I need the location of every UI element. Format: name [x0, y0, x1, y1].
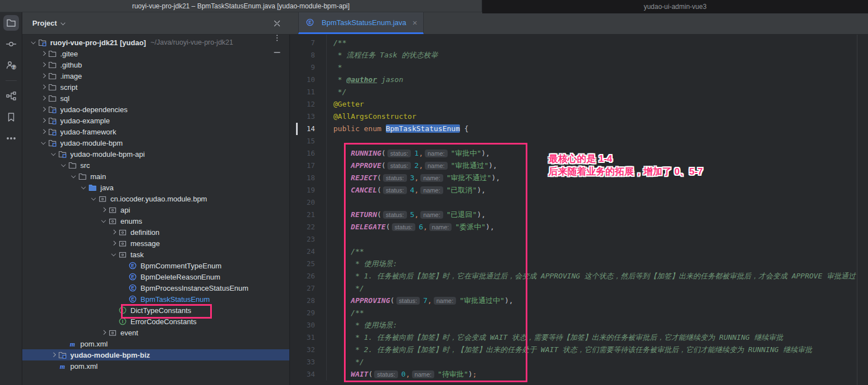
hide-panel-icon[interactable] — [270, 45, 284, 60]
chevron-down-icon[interactable] — [79, 187, 88, 189]
code-line-18[interactable]: 18 REJECT(status:3,name:"审批不通过"), — [290, 172, 868, 184]
code-line-34[interactable]: 34 WAIT(status:0,name:"待审批"); — [290, 368, 868, 381]
tree-item-event[interactable]: event — [22, 327, 289, 338]
tree-item-pom.xml[interactable]: mpom.xml — [22, 338, 289, 349]
background-window-title-bar[interactable]: yudao-ui-admin-vue3 — [482, 0, 868, 13]
code-line-32[interactable]: 32 * 2. 任务被向后【加签】时，【加签】出来的任务处于 WAIT 状态，它… — [290, 344, 868, 356]
tree-item-definition[interactable]: definition — [22, 227, 289, 238]
tab-bpmtaskstatusenum[interactable]: E BpmTaskStatusEnum.java × — [298, 12, 424, 34]
tree-item-bpmcommenttypeenum[interactable]: EBpmCommentTypeEnum — [22, 260, 289, 271]
code-line-11[interactable]: 11 */ — [290, 86, 868, 98]
tree-item-.gitee[interactable]: .gitee — [22, 48, 289, 59]
code-line-7[interactable]: 7/** — [290, 37, 868, 49]
chevron-right-icon[interactable] — [99, 331, 108, 334]
tree-item-pom.xml[interactable]: mpom.xml — [22, 360, 289, 372]
structure-button[interactable] — [0, 85, 22, 107]
more-button[interactable] — [0, 128, 22, 149]
chevron-down-icon[interactable] — [29, 42, 38, 44]
chevron-down-icon[interactable] — [39, 142, 48, 144]
chevron-right-icon[interactable] — [39, 108, 48, 111]
code-line-29[interactable]: 29 /** — [290, 307, 868, 319]
chevron-right-icon[interactable] — [39, 52, 48, 55]
code-line-14[interactable]: 14public enum BpmTaskStatusEnum { — [290, 123, 868, 135]
code-line-10[interactable]: 10 * @author jason — [290, 74, 868, 86]
chevron-right-icon[interactable] — [39, 119, 48, 122]
tree-item-bpmprocessinstancestatusenum[interactable]: EBpmProcessInstanceStatusEnum — [22, 282, 289, 293]
chevron-right-icon[interactable] — [39, 85, 48, 89]
module-icon — [58, 350, 67, 359]
code-line-12[interactable]: 12@Getter — [290, 98, 868, 110]
project-folder-button[interactable] — [0, 12, 22, 33]
chevron-right-icon[interactable] — [99, 208, 108, 211]
tree-item-script[interactable]: script — [22, 81, 289, 93]
chevron-down-icon[interactable] — [69, 176, 78, 177]
scrollbar-track[interactable] — [857, 35, 857, 385]
tree-item-sql[interactable]: sql — [22, 93, 289, 104]
project-selector[interactable]: Project — [32, 19, 57, 27]
tree-item-errorcodeconstants[interactable]: IErrorCodeConstants — [22, 316, 289, 327]
chevron-down-icon[interactable] — [109, 254, 118, 256]
collapse-all-icon[interactable] — [270, 16, 284, 31]
code-line-28[interactable]: 28 APPROVING(status:7,name:"审批通过中"), — [290, 295, 868, 307]
tree-item-task[interactable]: task — [22, 249, 289, 260]
tree-item-label: cn.iocoder.yudao.module.bpm — [110, 195, 207, 203]
tree-item-ruoyi-vue-pro-jdk21-yudao-[interactable]: ruoyi-vue-pro-jdk21 [yudao]~/Java/ruoyi-… — [22, 37, 289, 48]
tree-item-java[interactable]: java — [22, 182, 289, 193]
more-options-icon[interactable] — [270, 31, 284, 45]
code-line-16[interactable]: 16 RUNNING(status:1,name:"审批中"), — [290, 147, 868, 160]
tree-item-cn.iocoder.yudao.module.bpm[interactable]: cn.iocoder.yudao.module.bpm — [22, 193, 289, 204]
tree-item-yudao-module-bpm[interactable]: yudao-module-bpm — [22, 137, 289, 148]
chevron-right-icon[interactable] — [39, 130, 48, 133]
tree-item-main[interactable]: main — [22, 171, 289, 182]
code-line-30[interactable]: 30 * 使用场景: — [290, 319, 868, 331]
close-icon[interactable]: × — [413, 18, 418, 27]
tree-item-.github[interactable]: .github — [22, 59, 289, 70]
package-icon — [118, 228, 127, 237]
tree-item-src[interactable]: src — [22, 160, 289, 171]
code-line-13[interactable]: 13@AllArgsConstructor — [290, 110, 868, 123]
tree-item-bpmtaskstatusenum[interactable]: EBpmTaskStatusEnum — [22, 293, 289, 305]
tree-item-yudao-example[interactable]: yudao-example — [22, 115, 289, 126]
code-line-21[interactable]: 21 RETURN(status:5,name:"已退回"), — [290, 209, 868, 221]
chevron-right-icon[interactable] — [109, 242, 118, 245]
tree-item-bpmdeletereasonenum[interactable]: EBpmDeleteReasonEnum — [22, 271, 289, 282]
tree-item-yudao-dependencies[interactable]: yudao-dependencies — [22, 104, 289, 115]
tree-item-message[interactable]: message — [22, 238, 289, 249]
code-line-22[interactable]: 22 DELEGATE(status:6,name:"委派中"), — [290, 221, 868, 233]
tree-item-yudao-framework[interactable]: yudao-framework — [22, 126, 289, 137]
code-line-19[interactable]: 19 CANCEL(status:4,name:"已取消"), — [290, 184, 868, 196]
commit-button[interactable] — [0, 33, 22, 55]
chevron-right-icon[interactable] — [39, 97, 48, 100]
code-line-27[interactable]: 27 */ — [290, 282, 868, 295]
chevron-right-icon[interactable] — [39, 74, 48, 78]
tree-item-yudao-module-bpm-api[interactable]: yudao-module-bpm-api — [22, 148, 289, 160]
code-editor[interactable]: 7/**8 * 流程任务 Task 的状态枚举9 *10 * @author j… — [290, 35, 868, 385]
code-line-31[interactable]: 31 * 1. 任务被向前【加签】时，它会变成 WAIT 状态，需要等待【加签】… — [290, 331, 868, 344]
code-line-text: public enum BpmTaskStatusEnum { — [315, 123, 469, 135]
chevron-right-icon[interactable] — [109, 230, 118, 234]
code-line-8[interactable]: 8 * 流程任务 Task 的状态枚举 — [290, 49, 868, 61]
tree-item-dicttypeconstants[interactable]: IDictTypeConstants — [22, 305, 289, 316]
chevron-down-icon[interactable] — [89, 198, 98, 200]
code-line-23[interactable]: 23 — [290, 233, 868, 246]
code-line-26[interactable]: 26 * 1. 任务被向后【加签】时，它在审批通过后，会变成 APPROVING… — [290, 270, 868, 282]
bookmarks-button[interactable] — [0, 107, 22, 128]
code-line-15[interactable]: 15 — [290, 135, 868, 147]
code-line-17[interactable]: 17 APPROVE(status:2,name:"审批通过"), — [290, 160, 868, 172]
tree-item-enums[interactable]: enums — [22, 215, 289, 227]
tree-item-yudao-module-bpm-biz[interactable]: yudao-module-bpm-biz — [22, 349, 289, 360]
chevron-down-icon[interactable] — [59, 165, 68, 166]
tree-item-.image[interactable]: .image — [22, 70, 289, 81]
pull-requests-button[interactable]: ? — [0, 55, 22, 76]
chevron-right-icon[interactable] — [49, 353, 58, 357]
code-line-33[interactable]: 33 */ — [290, 356, 868, 368]
code-line-24[interactable]: 24 /** — [290, 246, 868, 258]
code-line-25[interactable]: 25 * 使用场景: — [290, 258, 868, 270]
srcfolder-icon — [88, 183, 97, 192]
code-line-20[interactable]: 20 — [290, 196, 868, 209]
chevron-right-icon[interactable] — [39, 63, 48, 66]
chevron-down-icon[interactable] — [49, 153, 58, 155]
code-line-9[interactable]: 9 * — [290, 61, 868, 74]
tree-item-api[interactable]: api — [22, 204, 289, 215]
chevron-down-icon[interactable] — [99, 220, 108, 222]
